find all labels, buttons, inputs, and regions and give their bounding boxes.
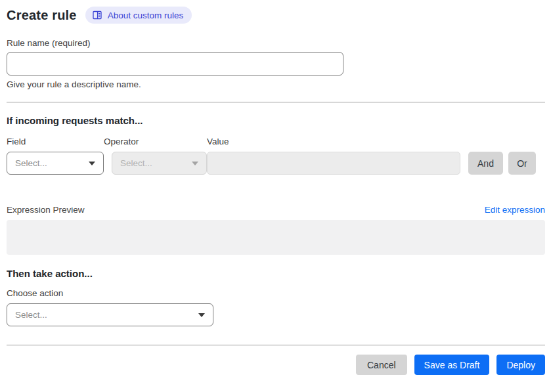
expression-preview-row: Expression Preview Edit expression — [7, 205, 545, 215]
operator-label: Operator — [104, 137, 207, 146]
save-as-draft-button[interactable]: Save as Draft — [414, 355, 490, 375]
caret-down-icon — [198, 313, 205, 317]
operator-select-value: Select... — [120, 158, 152, 168]
field-group: Field Select... — [7, 137, 104, 175]
about-badge-label: About custom rules — [108, 11, 184, 20]
rule-name-input[interactable] — [7, 52, 343, 76]
operator-select: Select... — [112, 152, 207, 175]
page-title: Create rule — [7, 8, 77, 23]
expression-preview-box — [7, 220, 545, 255]
choose-action-select-value: Select... — [15, 310, 47, 320]
caret-down-icon — [192, 162, 198, 165]
about-custom-rules-link[interactable]: About custom rules — [85, 7, 192, 24]
section-divider — [7, 102, 545, 102]
value-input — [207, 152, 460, 175]
caret-down-icon — [89, 162, 95, 165]
value-label: Value — [207, 137, 460, 146]
create-rule-page: Create rule About custom rules Rule name… — [0, 0, 551, 375]
choose-action-select[interactable]: Select... — [7, 303, 213, 326]
action-section-heading: Then take action... — [7, 268, 545, 279]
value-group: Value — [207, 137, 460, 175]
field-label: Field — [7, 137, 104, 146]
footer-actions: Cancel Save as Draft Deploy — [7, 355, 545, 375]
field-select-value: Select... — [15, 158, 47, 168]
page-header: Create rule About custom rules — [7, 5, 545, 25]
condition-row: Field Select... Operator Select... Value… — [7, 137, 545, 175]
field-select[interactable]: Select... — [7, 152, 104, 175]
expression-preview-label: Expression Preview — [7, 205, 85, 215]
rule-name-helper-text: Give your rule a descriptive name. — [7, 79, 545, 89]
and-button[interactable]: And — [468, 152, 503, 175]
match-section-heading: If incoming requests match... — [7, 115, 545, 126]
book-icon — [92, 10, 102, 20]
deploy-button[interactable]: Deploy — [496, 355, 545, 375]
or-button[interactable]: Or — [508, 152, 536, 175]
rule-name-label: Rule name (required) — [7, 38, 545, 48]
footer-divider — [7, 345, 545, 345]
cancel-button[interactable]: Cancel — [356, 355, 407, 375]
edit-expression-link[interactable]: Edit expression — [485, 205, 545, 215]
choose-action-label: Choose action — [7, 288, 545, 298]
operator-group: Operator Select... — [104, 137, 207, 175]
